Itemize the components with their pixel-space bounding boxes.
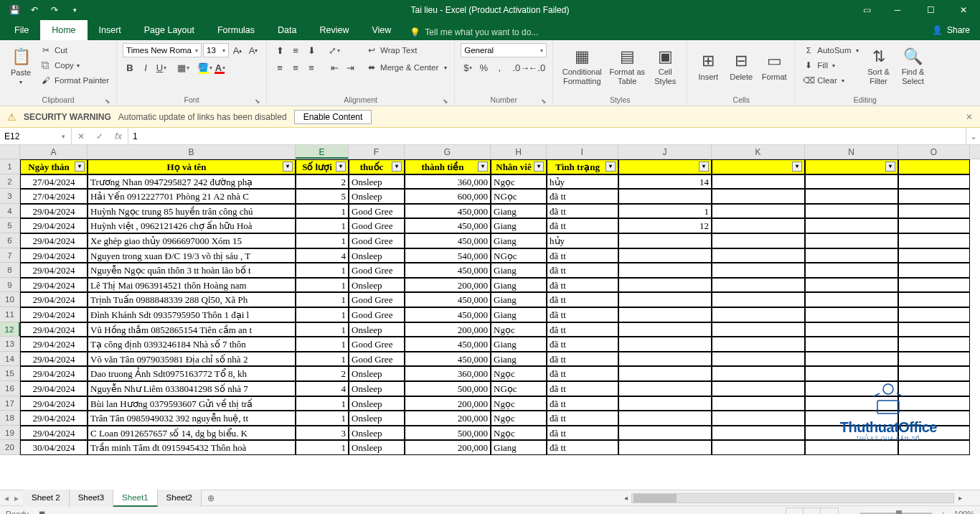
row-header[interactable]: 5 — [0, 218, 20, 233]
cut-button[interactable]: ✂Cut — [39, 43, 110, 57]
clipboard-launcher[interactable]: ⬊ — [105, 98, 110, 105]
insert-cells-button[interactable]: ⊞Insert — [693, 43, 723, 90]
cell-H15[interactable]: Ngọc — [491, 366, 547, 381]
cell-N9[interactable] — [805, 278, 898, 293]
decrease-decimal-icon[interactable]: ←.0 — [529, 60, 544, 75]
cell-O6[interactable] — [898, 233, 970, 248]
cell-E11[interactable]: 1 — [296, 307, 349, 322]
minimize-button[interactable]: ─ — [881, 0, 914, 20]
cell-N2[interactable] — [805, 174, 898, 190]
delete-cells-button[interactable]: ⊟Delete — [726, 43, 756, 90]
cell-B12[interactable]: Vũ Hồng thắm 0852865154 Tiên cầm an t — [88, 322, 296, 337]
merge-center-button[interactable]: ⬌Merge & Center▾ — [364, 60, 448, 75]
cell-K7[interactable] — [712, 248, 805, 263]
cell-J9[interactable] — [618, 278, 712, 293]
filter-arrow-icon[interactable]: ▾ — [392, 162, 402, 172]
cell-B1[interactable]: Họ và tên▾ — [88, 159, 296, 174]
cell-F15[interactable]: Onsleep — [349, 366, 405, 381]
autosum-button[interactable]: ΣAutoSum▾ — [801, 43, 859, 57]
cell-E6[interactable]: 1 — [296, 233, 349, 248]
cell-G20[interactable]: 200,000 — [405, 440, 491, 455]
cell-N19[interactable] — [805, 426, 898, 441]
cell-G11[interactable]: 450,000 — [405, 307, 491, 322]
cell-A5[interactable]: 29/04/2024 — [20, 218, 88, 233]
cell-E20[interactable]: 1 — [296, 440, 349, 455]
expand-formula-bar-icon[interactable]: ⌄ — [966, 128, 980, 144]
cell-H5[interactable]: Giang — [491, 218, 547, 233]
cell-E8[interactable]: 1 — [296, 263, 349, 278]
zoom-out-icon[interactable]: − — [847, 510, 852, 515]
font-size-combo[interactable]: 13▾ — [203, 43, 229, 57]
formula-input[interactable] — [128, 128, 966, 144]
cell-K3[interactable] — [712, 189, 805, 204]
enter-formula-icon[interactable]: ✓ — [90, 131, 109, 141]
cell-A12[interactable]: 29/04/2024 — [20, 322, 88, 337]
cell-G12[interactable]: 200,000 — [405, 322, 491, 337]
cell-F19[interactable]: Onsleep — [349, 426, 405, 441]
cell-B18[interactable]: Trân Tân 0985949032 392 nguyễn huệ, tt — [88, 411, 296, 426]
cell-E14[interactable]: 1 — [296, 352, 349, 367]
redo-icon[interactable]: ↷ — [46, 1, 63, 19]
cell-N7[interactable] — [805, 248, 898, 263]
cell-I15[interactable]: đã tt — [547, 366, 618, 381]
align-left-icon[interactable]: ≡ — [273, 60, 287, 75]
increase-decimal-icon[interactable]: .0→ — [514, 60, 528, 75]
cell-G19[interactable]: 500,000 — [405, 426, 491, 441]
cell-K2[interactable] — [712, 174, 805, 190]
cell-N18[interactable] — [805, 411, 898, 426]
cell-B9[interactable]: Lê Thị Mai 0963914521 thôn Hoàng nam — [88, 278, 296, 293]
cell-E15[interactable]: 2 — [296, 366, 349, 381]
cell-H10[interactable]: Giang — [491, 292, 547, 307]
row-header[interactable]: 3 — [0, 189, 20, 204]
cell-H13[interactable]: Giang — [491, 337, 547, 352]
cell-F3[interactable]: Onsleep — [349, 189, 405, 204]
cell-F18[interactable]: Onsleep — [349, 411, 405, 426]
cell-J18[interactable] — [618, 411, 712, 426]
cell-A8[interactable]: 29/04/2024 — [20, 263, 88, 278]
cell-H12[interactable]: Ngọc — [491, 322, 547, 337]
decrease-font-icon[interactable]: A▾ — [246, 43, 260, 57]
cell-J16[interactable] — [618, 381, 712, 396]
cell-K14[interactable] — [712, 352, 805, 367]
cell-O11[interactable] — [898, 307, 970, 322]
cell-O16[interactable] — [898, 381, 970, 396]
insert-function-icon[interactable]: fx — [109, 131, 128, 141]
cell-O20[interactable] — [898, 440, 970, 455]
save-icon[interactable]: 💾 — [6, 1, 23, 19]
cell-I13[interactable]: đã tt — [547, 337, 618, 352]
cell-H3[interactable]: NGọc — [491, 189, 547, 204]
add-sheet-button[interactable]: ⊕ — [202, 493, 220, 503]
cell-N12[interactable] — [805, 322, 898, 337]
row-header[interactable]: 20 — [0, 440, 20, 455]
fill-button[interactable]: ⬇Fill▾ — [801, 58, 859, 73]
decrease-indent-icon[interactable]: ⇤ — [327, 60, 341, 75]
name-box-dropdown[interactable]: ▾ — [57, 133, 70, 140]
row-header[interactable]: 4 — [0, 204, 20, 219]
cell-G7[interactable]: 540,000 — [405, 248, 491, 263]
cell-J11[interactable] — [618, 307, 712, 322]
cell-A19[interactable]: 29/04/2024 — [20, 426, 88, 441]
column-header-K[interactable]: K — [712, 145, 805, 159]
cell-E12[interactable]: 1 — [296, 322, 349, 337]
sheet-tab-sheet1[interactable]: Sheet1 — [113, 490, 157, 507]
copy-button[interactable]: ⿻Copy▾ — [39, 58, 110, 73]
column-header-I[interactable]: I — [547, 145, 618, 159]
format-cells-button[interactable]: ▭Format — [759, 43, 789, 90]
cell-B4[interactable]: Huỳnh Ngọc trung 85 huyền trân công chú — [88, 204, 296, 219]
row-header[interactable]: 15 — [0, 366, 20, 381]
cell-I17[interactable]: đã tt — [547, 396, 618, 411]
tab-home[interactable]: Home — [40, 20, 87, 40]
row-header[interactable]: 17 — [0, 396, 20, 411]
align-right-icon[interactable]: ≡ — [304, 60, 319, 75]
cell-I11[interactable]: đã tt — [547, 307, 618, 322]
cell-I4[interactable]: đã tt — [547, 204, 618, 219]
cell-O12[interactable] — [898, 322, 970, 337]
row-header[interactable]: 13 — [0, 337, 20, 352]
cell-styles-button[interactable]: ▣Cell Styles — [649, 43, 681, 90]
row-header[interactable]: 19 — [0, 426, 20, 441]
cell-G16[interactable]: 500,000 — [405, 381, 491, 396]
cell-J20[interactable] — [618, 440, 712, 455]
cell-B16[interactable]: Nguyễn Như Liêm 0338041298 Số nhà 7 — [88, 381, 296, 396]
column-header-H[interactable]: H — [491, 145, 547, 159]
scroll-right-icon[interactable]: ▸ — [954, 494, 966, 502]
